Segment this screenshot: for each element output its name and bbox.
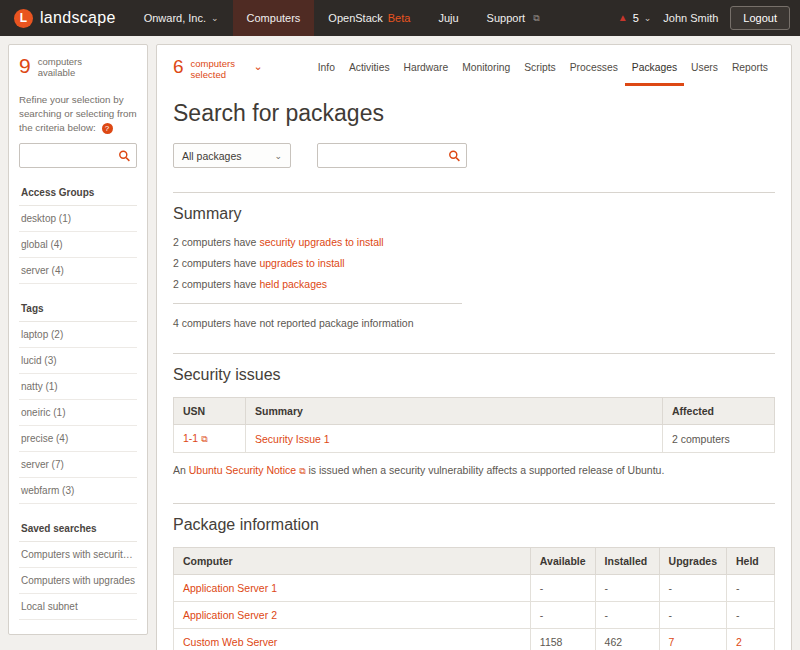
alert-triangle-icon: ▲ [618, 13, 628, 23]
computer-link[interactable]: Custom Web Server [183, 636, 277, 648]
summary-prefix: 2 computers have [173, 257, 259, 269]
tab-users[interactable]: Users [684, 57, 725, 86]
summary-prefix: 2 computers have [173, 236, 259, 248]
sidebar-item-global[interactable]: global (4) [19, 232, 137, 258]
top-bar-right: ▲ 5 ⌄ John Smith Logout [618, 0, 800, 36]
page-body: 9 computers available Refine your select… [0, 36, 800, 650]
nav-label: Onward, Inc. [144, 12, 206, 24]
table-row: Custom Web Server 1158 462 7 2 [174, 628, 775, 650]
landscape-logo[interactable]: L landscape [0, 0, 130, 36]
selected-count: 6 [173, 57, 184, 76]
nav-item-juju[interactable]: Juju [424, 0, 472, 36]
alerts-dropdown[interactable]: ▲ 5 ⌄ [618, 12, 652, 24]
summary-line: 2 computers have upgrades to install [173, 257, 775, 269]
sidebar-item-computers-with-upgrades[interactable]: Computers with upgrades [19, 568, 137, 594]
package-search-input[interactable] [317, 143, 467, 168]
sidebar-item-server-group[interactable]: server (4) [19, 258, 137, 284]
summary-cell: Security Issue 1 [246, 425, 663, 453]
package-search [317, 143, 467, 168]
nav-label: Computers [247, 12, 301, 24]
security-upgrades-link[interactable]: security upgrades to install [259, 236, 383, 248]
nav-label: OpenStack [328, 12, 382, 24]
nav-item-openstack[interactable]: OpenStack Beta [314, 0, 424, 36]
computer-cell: Application Server 2 [174, 601, 531, 628]
nav-item-support[interactable]: Support ⧉ [473, 0, 554, 36]
sidebar-item-computers-with-security[interactable]: Computers with securit… [19, 542, 137, 568]
table-row: Application Server 2 - - - - [174, 601, 775, 628]
tab-packages[interactable]: Packages [625, 57, 684, 86]
tab-processes[interactable]: Processes [563, 57, 625, 86]
col-header-summary: Summary [246, 398, 663, 425]
nav-label: Juju [438, 12, 458, 24]
held-packages-link[interactable]: held packages [259, 278, 327, 290]
upgrades-cell: 7 [659, 628, 726, 650]
tab-activities[interactable]: Activities [342, 57, 397, 86]
nav-label: Support [487, 12, 526, 24]
tab-scripts[interactable]: Scripts [517, 57, 562, 86]
table-row: Application Server 1 - - - - [174, 574, 775, 601]
sidebar-item-local-subnet[interactable]: Local subnet [19, 594, 137, 620]
note-prefix: An [173, 464, 189, 476]
divider [173, 303, 462, 304]
summary-title: Summary [173, 205, 775, 223]
sidebar-section-saved-searches: Saved searches Computers with securit… C… [19, 516, 137, 620]
sidebar-item-precise[interactable]: precise (4) [19, 426, 137, 452]
sidebar-section-tags: Tags laptop (2) lucid (3) natty (1) onei… [19, 296, 137, 504]
usn-cell: 1-1⧉ [174, 425, 246, 453]
upgrades-count-link[interactable]: 7 [669, 636, 675, 648]
computer-link[interactable]: Application Server 2 [183, 609, 277, 621]
sidebar-item-lucid[interactable]: lucid (3) [19, 348, 137, 374]
page-title: Search for packages [173, 100, 775, 127]
logout-button[interactable]: Logout [730, 6, 790, 30]
summary-section: Summary 2 computers have security upgrad… [173, 192, 775, 329]
note-suffix: is issued when a security vulnerability … [306, 464, 665, 476]
tab-reports[interactable]: Reports [725, 57, 775, 86]
nav-item-account[interactable]: Onward, Inc. ⌄ [130, 0, 233, 36]
security-issues-table: USN Summary Affected 1-1⧉ Security Issue… [173, 397, 775, 453]
held-count-link[interactable]: 2 [736, 636, 742, 648]
available-cell: - [530, 601, 595, 628]
security-issue-link[interactable]: Security Issue 1 [255, 433, 330, 445]
held-cell: 2 [727, 628, 775, 650]
external-link-icon: ⧉ [533, 13, 539, 24]
computer-cell: Custom Web Server [174, 628, 531, 650]
chevron-down-icon: ⌄ [274, 151, 282, 161]
alert-count: 5 [633, 12, 639, 24]
summary-line: 2 computers have held packages [173, 278, 775, 290]
tab-monitoring[interactable]: Monitoring [455, 57, 517, 86]
nav-item-computers[interactable]: Computers [233, 0, 315, 36]
computer-link[interactable]: Application Server 1 [183, 582, 277, 594]
table-row: 1-1⧉ Security Issue 1 2 computers [174, 425, 775, 453]
usn-link[interactable]: 1-1⧉ [183, 432, 208, 444]
sidebar-section-access-groups: Access Groups desktop (1) global (4) ser… [19, 180, 137, 284]
tab-hardware[interactable]: Hardware [397, 57, 456, 86]
installed-cell: - [595, 601, 659, 628]
upgrades-link[interactable]: upgrades to install [259, 257, 344, 269]
chevron-down-icon: ⌄ [211, 14, 219, 23]
sidebar-item-natty[interactable]: natty (1) [19, 374, 137, 400]
package-filter-select[interactable]: All packages ⌄ [173, 143, 291, 168]
main-panel: 6 computers selected ⌄ Info Activities H… [156, 44, 792, 650]
sidebar-item-laptop[interactable]: laptop (2) [19, 322, 137, 348]
upgrades-cell: - [659, 574, 726, 601]
col-header-computer: Computer [174, 547, 531, 574]
help-icon[interactable]: ? [102, 123, 113, 134]
sidebar-item-server-tag[interactable]: server (7) [19, 452, 137, 478]
external-link-icon: ⧉ [201, 434, 207, 444]
col-header-usn: USN [174, 398, 246, 425]
search-icon [448, 149, 461, 162]
tab-bar: Info Activities Hardware Monitoring Scri… [311, 57, 775, 86]
sidebar: 9 computers available Refine your select… [8, 44, 148, 635]
col-header-upgrades: Upgrades [659, 547, 726, 574]
tab-info[interactable]: Info [311, 57, 342, 86]
chevron-down-icon: ⌄ [644, 14, 652, 23]
table-header-row: Computer Available Installed Upgrades He… [174, 547, 775, 574]
sidebar-item-webfarm[interactable]: webfarm (3) [19, 478, 137, 504]
usn-info-link[interactable]: Ubuntu Security Notice⧉ [189, 464, 306, 476]
col-header-installed: Installed [595, 547, 659, 574]
sidebar-item-oneiric[interactable]: oneiric (1) [19, 400, 137, 426]
sidebar-item-desktop[interactable]: desktop (1) [19, 206, 137, 232]
col-header-available: Available [530, 547, 595, 574]
package-information-title: Package information [173, 516, 775, 534]
selected-computers-dropdown[interactable]: 6 computers selected ⌄ [173, 57, 263, 81]
